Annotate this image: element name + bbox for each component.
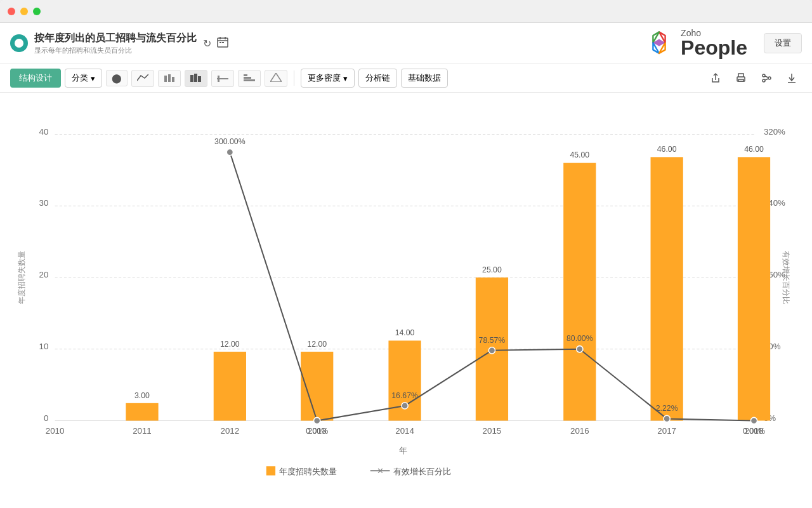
download-button[interactable]	[782, 68, 802, 88]
svg-text:80.00%: 80.00%	[566, 334, 593, 343]
svg-rect-25	[738, 74, 743, 77]
chart-type-bar5[interactable]	[265, 70, 287, 87]
svg-text:2010: 2010	[46, 426, 65, 436]
bar-2018	[738, 157, 770, 420]
svg-rect-5	[222, 42, 224, 43]
refresh-button[interactable]: ↻	[203, 37, 211, 50]
svg-text:年: 年	[399, 446, 407, 455]
point-2013	[314, 417, 320, 424]
header-logo: Zoho People 设置	[644, 28, 802, 58]
main-header: 按年度列出的员工招聘与流失百分比 显示每年的招聘和流失员百分比 ↻	[0, 23, 812, 64]
base-data-button[interactable]: 基础数据	[401, 69, 448, 88]
main-chart-svg: 0 10 20 30 40 0% 80% 160% 240% 320% 年度招聘…	[13, 105, 793, 502]
svg-point-28	[768, 77, 771, 79]
print-button[interactable]	[731, 68, 751, 88]
header-left: 按年度列出的员工招聘与流失百分比 显示每年的招聘和流失员百分比 ↻	[10, 32, 644, 55]
svg-line-31	[765, 79, 768, 80]
svg-rect-26	[738, 79, 743, 81]
maximize-dot[interactable]	[33, 8, 41, 15]
settings-button[interactable]: 设置	[764, 33, 802, 53]
svg-text:2015: 2015	[483, 426, 502, 436]
svg-rect-13	[172, 77, 174, 82]
zoho-logo-icon	[644, 28, 674, 58]
legend-line-label: 有效增长百分比	[393, 467, 451, 476]
toolbar: 结构设计 分类 ▾ ⬤	[0, 64, 812, 93]
report-title: 按年度列出的员工招聘与流失百分比	[34, 32, 197, 45]
toolbar-right	[705, 68, 802, 88]
share-button[interactable]	[705, 68, 726, 88]
toolbar-separator	[294, 70, 294, 86]
chart-container: 0 10 20 30 40 0% 80% 160% 240% 320% 年度招聘…	[13, 105, 793, 502]
svg-text:46.00: 46.00	[744, 145, 764, 154]
svg-text:40: 40	[39, 127, 49, 137]
design-button[interactable]: 结构设计	[10, 69, 61, 88]
svg-text:16.67%: 16.67%	[391, 391, 418, 400]
split-button[interactable]: 分析链	[358, 69, 397, 88]
point-2012	[226, 149, 233, 156]
svg-text:有效增长百分比: 有效增长百分比	[782, 251, 790, 304]
point-2014	[402, 403, 408, 409]
svg-text:78.57%: 78.57%	[479, 336, 506, 345]
svg-text:30: 30	[39, 198, 49, 208]
svg-point-27	[763, 74, 765, 77]
report-icon-inner	[15, 39, 23, 48]
svg-rect-20	[244, 77, 251, 79]
bar-2016	[563, 163, 596, 421]
svg-text:12.00: 12.00	[307, 340, 327, 349]
chart-area: 0 10 20 30 40 0% 80% 160% 240% 320% 年度招聘…	[0, 93, 812, 508]
point-2017	[664, 415, 670, 422]
chart-type-bar[interactable]	[158, 70, 181, 87]
svg-text:2013: 2013	[308, 426, 327, 436]
chart-type-bar4[interactable]	[238, 70, 261, 87]
svg-text:2014: 2014	[395, 426, 414, 436]
svg-text:25.00: 25.00	[482, 265, 502, 274]
svg-text:年度招聘失数量: 年度招聘失数量	[17, 251, 26, 304]
close-dot[interactable]	[8, 8, 15, 15]
point-2016	[577, 346, 583, 352]
svg-rect-16	[198, 76, 201, 82]
chart-type-line[interactable]	[131, 70, 154, 87]
svg-rect-14	[190, 75, 193, 82]
svg-text:45.00: 45.00	[570, 150, 589, 159]
svg-rect-11	[164, 76, 167, 82]
svg-text:2016: 2016	[570, 426, 589, 436]
export-button[interactable]	[756, 68, 776, 88]
chart-type-circle[interactable]: ⬤	[106, 70, 128, 86]
bar-2012	[214, 352, 246, 421]
svg-rect-19	[244, 79, 255, 81]
svg-text:2018: 2018	[745, 426, 764, 436]
logo-people: People	[681, 37, 747, 58]
svg-text:2011: 2011	[133, 426, 152, 436]
logo-text: Zoho People	[681, 29, 747, 58]
svg-rect-21	[244, 74, 247, 76]
svg-text:3.00: 3.00	[134, 391, 150, 400]
chart-type-bar2[interactable]	[185, 70, 207, 87]
svg-point-29	[763, 79, 765, 82]
svg-rect-15	[194, 74, 197, 82]
calendar-button[interactable]	[216, 36, 229, 51]
minimize-dot[interactable]	[20, 8, 28, 15]
bar-2017	[651, 157, 683, 420]
svg-marker-22	[270, 73, 282, 82]
report-subtitle: 显示每年的招聘和流失员百分比	[34, 46, 197, 55]
svg-text:320%: 320%	[764, 127, 785, 137]
header-title-group: 按年度列出的员工招聘与流失百分比 显示每年的招聘和流失员百分比	[34, 32, 197, 55]
svg-rect-18	[218, 76, 219, 82]
legend-bar-label: 年度招聘失数量	[279, 467, 337, 476]
app-window: 按年度列出的员工招聘与流失百分比 显示每年的招聘和流失员百分比 ↻	[0, 0, 812, 508]
svg-text:10: 10	[39, 342, 49, 351]
svg-line-30	[765, 76, 768, 77]
svg-text:20: 20	[39, 270, 49, 279]
more-options-button[interactable]: 更多密度 ▾	[301, 69, 355, 88]
bar-2011	[126, 403, 158, 421]
svg-text:300.00%: 300.00%	[214, 137, 246, 146]
svg-text:12.00: 12.00	[220, 340, 240, 349]
sort-button[interactable]: 分类 ▾	[65, 69, 102, 88]
header-actions: ↻	[203, 36, 229, 51]
svg-text:14.00: 14.00	[395, 328, 415, 337]
report-icon	[10, 34, 28, 52]
svg-text:46.00: 46.00	[657, 145, 677, 154]
svg-text:✕: ✕	[377, 466, 384, 476]
legend-bar-box	[266, 466, 275, 475]
chart-type-bar3[interactable]	[211, 70, 234, 87]
